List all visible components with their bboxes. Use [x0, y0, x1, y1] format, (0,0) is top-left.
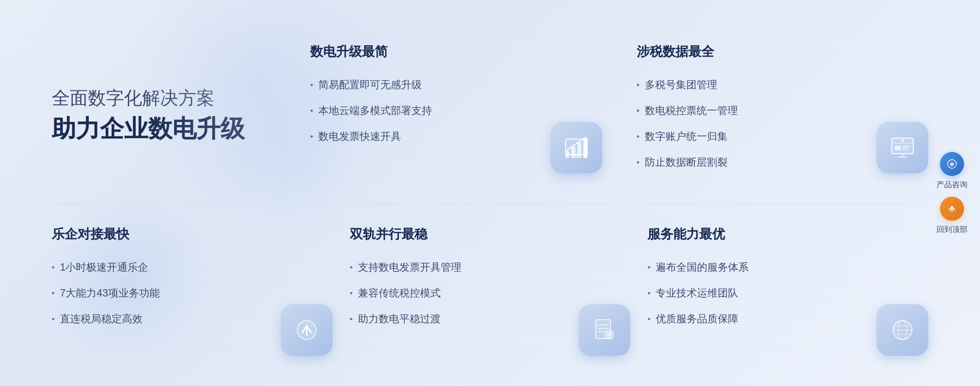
feature-title-service: 服务能力最优: [647, 225, 920, 243]
page-wrapper: 全面数字化解决方案 助力企业数电升级 数电升级最简 简易配置即可无感升级 本地云…: [0, 0, 980, 386]
feature-title-tax: 涉税数据最全: [637, 43, 920, 61]
chart-up-icon: [563, 135, 589, 161]
svg-rect-13: [895, 146, 901, 150]
svg-rect-15: [902, 148, 908, 150]
svg-point-32: [950, 163, 951, 164]
feature-icon-connect-wrap: [281, 304, 333, 356]
consult-label: 产品咨询: [936, 179, 968, 190]
globe-icon: [890, 317, 915, 343]
svg-rect-5: [566, 139, 587, 154]
hero-title: 助力企业数电升级: [52, 114, 267, 143]
feature-column-dual: 双轨并行最稳 支持数电发票开具管理 兼容传统税控模式 助力数电平稳过渡: [350, 225, 648, 369]
feature-icon-service: [877, 304, 928, 356]
monitor-icon: [890, 135, 915, 161]
feature-column-tax: 涉税数据最全 多税号集团管理 数电税控票统一管理 数字账户统一归集 防止数据断层…: [619, 26, 946, 186]
chat-icon: [946, 157, 958, 170]
feature-item: 7大能力43项业务功能: [52, 286, 324, 300]
consult-icon-circle: [940, 152, 964, 176]
feature-icon-tax-wrap: [877, 122, 928, 173]
hero-left: 全面数字化解决方案 助力企业数电升级: [0, 26, 267, 186]
feature-icon-upgrade: [551, 122, 602, 173]
svg-point-16: [901, 139, 904, 142]
feature-column-service: 服务能力最优 遍布全国的服务体系 专业技术运维团队 优质服务品质保障: [647, 225, 946, 369]
consult-button[interactable]: 产品咨询: [933, 152, 971, 190]
feature-item: 支持数电发票开具管理: [350, 260, 622, 274]
feature-item: 专业技术运维团队: [647, 286, 920, 300]
feature-title-dual: 双轨并行最稳: [350, 225, 622, 243]
feature-item: 兼容传统税控模式: [350, 286, 622, 300]
feature-item: 遍布全国的服务体系: [647, 260, 920, 274]
feature-title-upgrade: 数电升级最简: [310, 43, 594, 61]
feature-icon-connect: [281, 304, 333, 356]
svg-point-34: [953, 163, 954, 164]
feature-item: 数电税控票统一管理: [637, 104, 920, 117]
svg-rect-14: [902, 146, 910, 148]
top-arrow-icon: [946, 202, 958, 215]
svg-point-33: [952, 163, 952, 164]
top-label: 回到顶部: [936, 224, 968, 235]
feature-item: 1小时极速开通乐企: [52, 260, 324, 274]
arrow-up-icon: [294, 317, 320, 343]
feature-title-connect: 乐企对接最快: [52, 225, 324, 243]
feature-icon-service-wrap: [877, 304, 928, 356]
feature-column-connect: 乐企对接最快 1小时极速开通乐企 7大能力43项业务功能 直连税局稳定高效: [52, 225, 350, 369]
bottom-features: 乐企对接最快 1小时极速开通乐企 7大能力43项业务功能 直连税局稳定高效: [0, 225, 980, 369]
svg-rect-23: [605, 331, 613, 339]
top-icon-circle: [940, 197, 964, 221]
feature-item: 多税号集团管理: [637, 78, 920, 92]
feature-icon-upgrade-wrap: [551, 122, 602, 173]
back-to-top-button[interactable]: 回到顶部: [933, 197, 971, 235]
feature-column-upgrade: 数电升级最简 简易配置即可无感升级 本地云端多模式部署支持 数电发票快速开具: [293, 26, 619, 186]
document-icon: [591, 317, 617, 343]
top-section: 全面数字化解决方案 助力企业数电升级 数电升级最简 简易配置即可无感升级 本地云…: [0, 0, 980, 204]
feature-icon-dual: [579, 304, 630, 356]
bottom-section: 乐企对接最快 1小时极速开通乐企 7大能力43项业务功能 直连税局稳定高效: [0, 204, 980, 386]
hero-subtitle: 全面数字化解决方案: [52, 86, 267, 110]
feature-item: 本地云端多模式部署支持: [310, 104, 594, 117]
feature-item: 简易配置即可无感升级: [310, 78, 594, 92]
features-top: 数电升级最简 简易配置即可无感升级 本地云端多模式部署支持 数电发票快速开具: [267, 26, 980, 186]
feature-icon-dual-wrap: [579, 304, 630, 356]
feature-icon-tax: [877, 122, 928, 173]
floating-sidebar: 产品咨询 回到顶部: [933, 152, 971, 235]
